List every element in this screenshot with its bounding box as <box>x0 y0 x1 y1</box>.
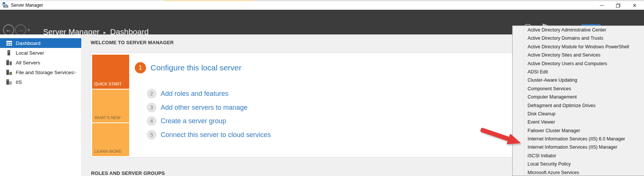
menu-item-ad-users-computers[interactable]: Active Directory Users and Computers <box>513 60 644 68</box>
sidebar-item-label: Dashboard <box>16 40 40 46</box>
tab-label: WHAT'S NEW <box>94 115 121 120</box>
red-arrow-annotation-icon <box>476 125 527 149</box>
menu-item-defragment-optimize-drives[interactable]: Defragment and Optimize Drives <box>513 101 644 110</box>
menu-item-local-security-policy[interactable]: Local Security Policy <box>513 160 644 168</box>
menu-item-computer-management[interactable]: Computer Management <box>513 93 644 101</box>
back-button[interactable]: ← <box>3 24 14 36</box>
step-connect-cloud-services[interactable]: 5 Connect this server to cloud services <box>147 130 271 140</box>
all-servers-icon <box>6 60 12 66</box>
step-number-badge: 1 <box>135 62 146 73</box>
iis-icon <box>6 79 12 85</box>
sidebar: Dashboard Local Server All Servers <box>0 34 82 176</box>
step-configure-local-server[interactable]: 1 Configure this local server <box>135 62 242 73</box>
forward-arrow-icon: → <box>18 26 24 34</box>
titlebar: Server Manager × <box>0 1 644 10</box>
menu-item-microsoft-azure-services[interactable]: Microsoft Azure Services <box>513 169 644 176</box>
menu-item-event-viewer[interactable]: Event Viewer <box>513 118 644 126</box>
step-number-badge: 5 <box>147 130 157 140</box>
dashboard-grid-icon <box>6 40 12 46</box>
server-manager-app-icon <box>3 2 9 8</box>
menu-item-ad-sites-services[interactable]: Active Directory Sites and Services <box>513 51 644 59</box>
sidebar-item-label: IIS <box>16 79 22 85</box>
sidebar-item-file-and-storage-services[interactable]: File and Storage Services ▷ <box>0 67 81 77</box>
tab-whats-new[interactable]: WHAT'S NEW <box>92 89 129 122</box>
breadcrumb-separator-icon: ▸ <box>104 28 106 35</box>
tab-quick-start[interactable]: QUICK START <box>92 55 129 89</box>
server-manager-window: Server Manager × ← → ▾ Server Manager ▸ … <box>0 0 644 176</box>
minimize-button[interactable] <box>593 1 610 10</box>
sidebar-item-all-servers[interactable]: All Servers <box>0 58 81 67</box>
tab-learn-more[interactable]: LEARN MORE <box>92 123 129 156</box>
menu-item-component-services[interactable]: Component Services <box>513 85 644 93</box>
restore-button[interactable] <box>610 1 626 10</box>
step-link[interactable]: Add other servers to manage <box>161 104 247 112</box>
tab-label: QUICK START <box>94 82 122 86</box>
menu-item-iis-manager[interactable]: Internet Information Services (IIS) Mana… <box>513 143 644 151</box>
tools-dropdown-menu: Active Directory Administrative Center A… <box>512 25 644 176</box>
sidebar-item-iis[interactable]: IIS <box>0 77 81 87</box>
restore-icon <box>616 3 620 8</box>
expand-chevron-icon[interactable]: ▷ <box>74 70 76 74</box>
step-number-badge: 3 <box>147 103 157 112</box>
window-title: Server Manager <box>11 1 43 10</box>
close-button[interactable]: × <box>626 1 643 10</box>
forward-button[interactable]: → <box>15 24 26 36</box>
tools-menu-items: Active Directory Administrative Center A… <box>513 26 644 176</box>
sidebar-item-label: All Servers <box>16 60 40 66</box>
menu-item-ad-powershell-module[interactable]: Active Directory Module for Windows Powe… <box>513 43 644 51</box>
breadcrumb-current: Dashboard <box>110 27 149 36</box>
menu-item-cluster-aware-updating[interactable]: Cluster-Aware Updating <box>513 76 644 84</box>
close-icon: × <box>633 2 637 9</box>
welcome-section-header: WELCOME TO SERVER MANAGER <box>91 40 174 45</box>
step-link[interactable]: Connect this server to cloud services <box>161 131 271 139</box>
back-arrow-icon: ← <box>6 26 12 34</box>
nav-history-caret[interactable]: ▾ <box>28 28 30 33</box>
sidebar-item-local-server[interactable]: Local Server <box>0 48 81 58</box>
minimize-icon <box>600 5 604 6</box>
menu-item-adsi-edit[interactable]: ADSI Edit <box>513 68 644 76</box>
file-storage-icon <box>6 69 12 75</box>
sidebar-item-dashboard[interactable]: Dashboard <box>0 38 81 48</box>
menu-item-iis-6-manager[interactable]: Internet Information Services (IIS) 6.0 … <box>513 135 644 143</box>
step-number-badge: 2 <box>147 89 157 98</box>
step-link[interactable]: Add roles and features <box>161 90 228 98</box>
window-controls: × <box>593 1 643 10</box>
menu-item-ad-domains-trusts[interactable]: Active Directory Domains and Trusts <box>513 34 644 42</box>
menu-item-failover-cluster-manager[interactable]: Failover Cluster Manager <box>513 127 644 135</box>
step-create-server-group[interactable]: 4 Create a server group <box>147 116 226 126</box>
quick-start-tabs: QUICK START WHAT'S NEW LEARN MORE <box>92 55 129 156</box>
menu-item-ad-administrative-center[interactable]: Active Directory Administrative Center <box>513 26 644 34</box>
sidebar-item-label: File and Storage Services <box>16 70 74 75</box>
step-number-badge: 4 <box>147 116 157 126</box>
menu-item-disk-cleanup[interactable]: Disk Cleanup <box>513 110 644 118</box>
step-link[interactable]: Configure this local server <box>151 63 242 72</box>
step-link[interactable]: Create a server group <box>161 117 226 125</box>
roles-section-header: ROLES AND SERVER GROUPS <box>91 170 165 176</box>
menu-item-iscsi-initiator[interactable]: iSCSI Initiator <box>513 152 644 160</box>
tab-label: LEARN MORE <box>94 149 122 154</box>
sidebar-item-label: Local Server <box>16 50 44 56</box>
local-server-icon <box>6 50 12 56</box>
step-add-other-servers[interactable]: 3 Add other servers to manage <box>147 103 247 112</box>
step-add-roles-and-features[interactable]: 2 Add roles and features <box>147 89 228 98</box>
